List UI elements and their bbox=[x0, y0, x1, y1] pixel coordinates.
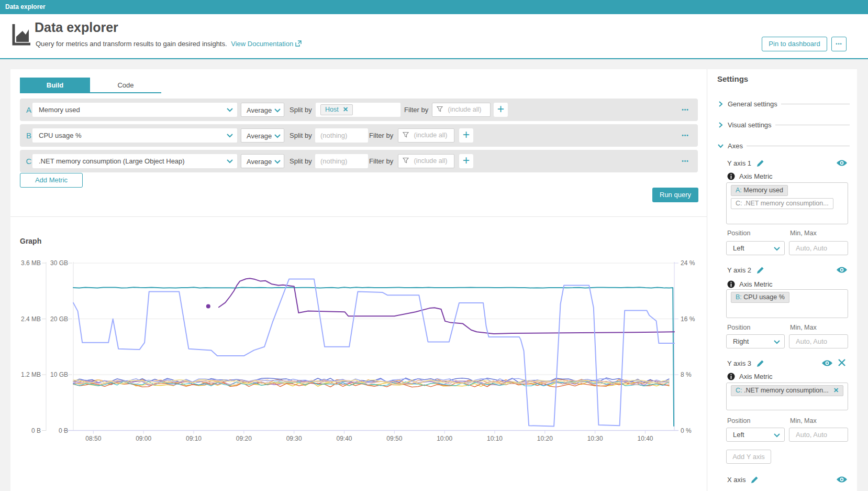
split-by-input-a[interactable]: Host✕ bbox=[316, 103, 400, 117]
y-axis-pct-label: 16 % bbox=[681, 315, 707, 323]
add-y-axis-button[interactable]: Add Y axis bbox=[726, 450, 771, 464]
y-axis-3-metric-box[interactable]: C: .NET memory consumption...✕ bbox=[726, 383, 848, 410]
y-axis-2-metric-row: Axis Metric bbox=[727, 280, 773, 288]
y2-chip-cpu-usage[interactable]: B: CPU usage % bbox=[731, 292, 789, 303]
header-more-button[interactable]: ••• bbox=[831, 37, 847, 51]
y-axis-gb-label: 20 GB bbox=[48, 315, 68, 323]
x-axis-header: X axis bbox=[727, 475, 759, 484]
filter-by-input-b[interactable]: (include all) bbox=[398, 128, 454, 143]
view-documentation-link[interactable]: View Documentation bbox=[231, 40, 293, 48]
filter-by-input-c[interactable]: (include all) bbox=[398, 154, 454, 168]
chip-remove-icon[interactable]: ✕ bbox=[343, 106, 348, 113]
page-subtitle: Query for metrics and transform results … bbox=[36, 40, 302, 48]
y-axis-3-position-select[interactable]: Left bbox=[726, 428, 785, 442]
row-more-button-a[interactable]: ••• bbox=[676, 99, 694, 121]
aggregation-select-a[interactable]: Average bbox=[241, 103, 284, 117]
y-axis-1-metric-box[interactable]: A: Memory used C: .NET memory consumptio… bbox=[726, 182, 848, 224]
y-axis-mb-label: 3.6 MB bbox=[10, 259, 41, 267]
y-axis-gb-label: 0 B bbox=[48, 427, 68, 434]
y1-chip-memory-used[interactable]: A: Memory used bbox=[731, 185, 788, 196]
series-line-0 bbox=[73, 287, 674, 426]
y-axis-mb-label: 0 B bbox=[10, 427, 41, 434]
chevron-down-icon bbox=[774, 247, 780, 251]
edit-pencil-icon[interactable] bbox=[756, 266, 765, 275]
remove-axis-icon[interactable] bbox=[838, 358, 846, 367]
edit-pencil-icon[interactable] bbox=[756, 159, 765, 168]
metric-select-b[interactable]: CPU usage % bbox=[32, 128, 237, 143]
metric-select-a[interactable]: Memory used bbox=[32, 103, 237, 117]
row-more-button-c[interactable]: ••• bbox=[676, 150, 694, 172]
series-line-2 bbox=[73, 279, 674, 427]
minmax-label: Min, Max bbox=[790, 417, 817, 424]
pin-to-dashboard-button[interactable]: Pin to dashboard bbox=[762, 37, 827, 51]
edit-pencil-icon[interactable] bbox=[750, 475, 759, 484]
metric-select-c[interactable]: .NET memory consumption (Large Object He… bbox=[32, 154, 237, 168]
y1-chip-dotnet[interactable]: C: .NET memory consumption... bbox=[731, 198, 833, 209]
visibility-eye-icon[interactable] bbox=[836, 159, 848, 167]
visibility-eye-icon[interactable] bbox=[836, 475, 848, 484]
metric-select-c-value: .NET memory consumption (Large Object He… bbox=[39, 157, 185, 165]
settings-group-visual[interactable]: Visual settings bbox=[718, 121, 850, 129]
y-axis-2-minmax-input[interactable]: Auto, Auto bbox=[789, 334, 848, 348]
axis-metric-label: Axis Metric bbox=[739, 373, 773, 380]
chip-remove-icon[interactable]: ✕ bbox=[833, 387, 839, 394]
filter-funnel-icon bbox=[403, 157, 409, 163]
chart-area[interactable]: 3.6 MB30 GB24 %2.4 MB20 GB16 %1.2 MB10 G… bbox=[10, 217, 707, 491]
y-axis-3-minmax-input[interactable]: Auto, Auto bbox=[789, 428, 848, 442]
settings-group-axes[interactable]: Axes bbox=[718, 141, 850, 150]
add-filter-button-b[interactable]: + bbox=[459, 128, 473, 143]
run-query-button[interactable]: Run query bbox=[652, 188, 698, 202]
x-axis-time-label: 09:40 bbox=[328, 435, 360, 442]
split-chip-host[interactable]: Host✕ bbox=[320, 104, 353, 115]
filter-funnel-icon bbox=[437, 106, 443, 112]
chip-letter: C: bbox=[736, 387, 742, 394]
add-metric-button[interactable]: Add Metric bbox=[20, 173, 83, 188]
settings-divider bbox=[707, 69, 707, 491]
info-icon bbox=[727, 172, 735, 180]
add-filter-button-c[interactable]: + bbox=[459, 154, 473, 168]
row-more-button-b[interactable]: ••• bbox=[676, 124, 694, 147]
split-by-input-c[interactable]: (nothing) bbox=[315, 154, 368, 168]
chevron-down-icon bbox=[227, 134, 233, 138]
y-axis-1-minmax-input[interactable]: Auto, Auto bbox=[789, 241, 848, 255]
add-filter-button-a[interactable]: + bbox=[494, 103, 508, 117]
chevron-down-icon bbox=[274, 108, 281, 113]
chip-label: .NET memory consumption... bbox=[744, 387, 829, 394]
y-axis-3-position-value: Left bbox=[733, 431, 744, 439]
visibility-eye-icon[interactable] bbox=[821, 359, 833, 367]
window-title: Data explorer bbox=[5, 3, 46, 10]
visibility-eye-icon[interactable] bbox=[836, 266, 848, 274]
main-panel: Build Code A Memory used Average Split b… bbox=[10, 69, 857, 491]
y-axis-gb-label: 30 GB bbox=[48, 259, 68, 267]
y-axis-pct-label: 8 % bbox=[681, 371, 707, 378]
y-axis-1-position-select[interactable]: Left bbox=[726, 241, 785, 255]
filter-by-input-a[interactable]: (include all) bbox=[432, 103, 491, 117]
x-axis-time-label: 10:30 bbox=[580, 435, 611, 442]
settings-title: Settings bbox=[717, 74, 748, 83]
y-axis-3-metric-row: Axis Metric bbox=[727, 372, 773, 380]
aggregation-select-b[interactable]: Average bbox=[241, 128, 284, 143]
y-axis-mb-label: 2.4 MB bbox=[10, 315, 41, 323]
chip-letter: B: bbox=[736, 293, 742, 301]
split-by-input-b[interactable]: (nothing) bbox=[315, 128, 368, 143]
aggregation-select-c[interactable]: Average bbox=[241, 154, 284, 168]
tab-build[interactable]: Build bbox=[20, 78, 90, 93]
filter-by-placeholder: (include all) bbox=[448, 106, 481, 113]
y-axis-2-title: Y axis 2 bbox=[727, 266, 751, 274]
tab-code[interactable]: Code bbox=[90, 78, 161, 93]
filter-by-label: Filter by bbox=[369, 150, 393, 172]
y-axis-3-header: Y axis 3 bbox=[727, 358, 765, 368]
chevron-down-icon bbox=[227, 159, 233, 163]
split-by-label: Split by bbox=[290, 124, 312, 147]
chip-label: .NET memory consumption... bbox=[744, 200, 829, 207]
divider bbox=[747, 146, 850, 146]
settings-group-general[interactable]: General settings bbox=[718, 100, 850, 108]
y-axis-2-position-select[interactable]: Right bbox=[726, 334, 785, 348]
chevron-down-icon bbox=[274, 134, 281, 138]
series-dot-1 bbox=[206, 304, 210, 309]
y-axis-2-metric-box[interactable]: B: CPU usage % bbox=[726, 289, 848, 318]
aggregation-select-c-value: Average bbox=[247, 158, 272, 166]
aggregation-select-b-value: Average bbox=[247, 132, 272, 140]
y3-chip-dotnet[interactable]: C: .NET memory consumption...✕ bbox=[731, 385, 843, 396]
edit-pencil-icon[interactable] bbox=[756, 359, 765, 368]
